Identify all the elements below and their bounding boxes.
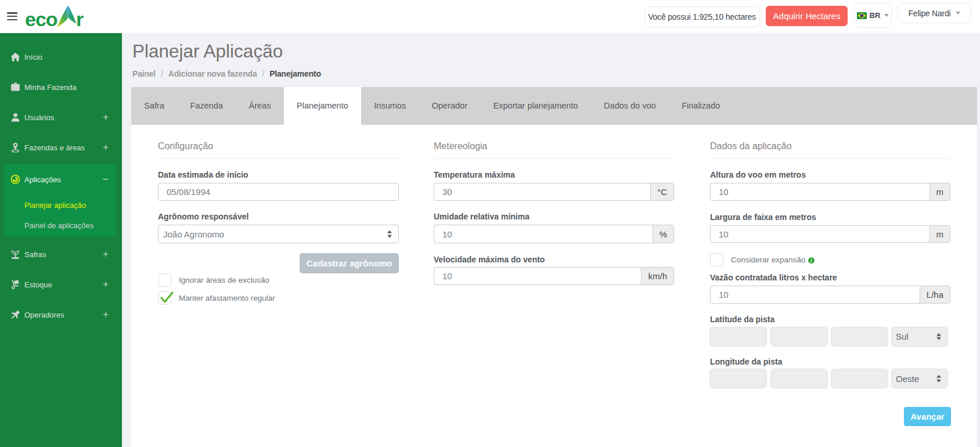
svg-text:eco: eco xyxy=(26,8,57,30)
svg-text:r: r xyxy=(76,8,84,30)
